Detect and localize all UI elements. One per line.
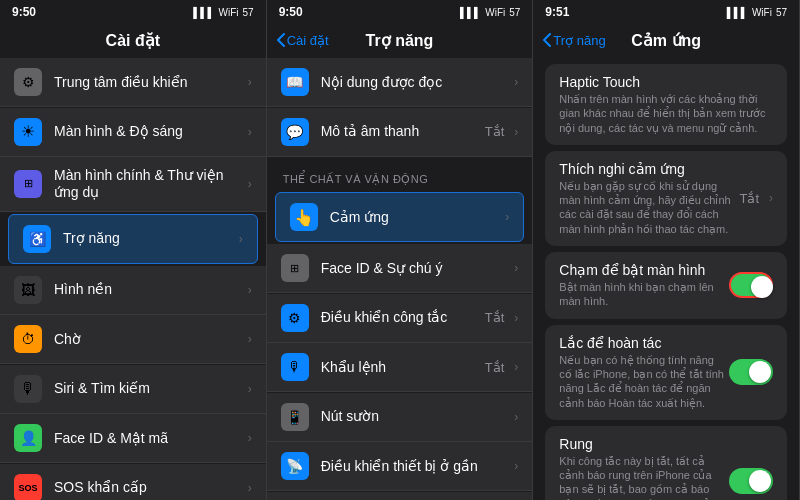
time-1: 9:50 <box>12 5 36 19</box>
haptic-touch-title: Haptic Touch <box>559 74 773 90</box>
list-item-faceid[interactable]: 👤 Face ID & Mật mã › <box>0 414 266 463</box>
chevron-icon: › <box>239 232 243 246</box>
wifi-icon: WiFi <box>219 7 239 18</box>
adaptive-touch-value: Tắt <box>739 191 759 206</box>
faceid-attention-label: Face ID & Sự chú ý <box>321 260 509 277</box>
list-item-display[interactable]: ☀ Màn hình & Độ sáng › <box>0 108 266 157</box>
list-item-touch[interactable]: 👆 Cảm ứng › <box>275 192 525 242</box>
chevron-icon: › <box>248 75 252 89</box>
spoken-label: Nội dung được đọc <box>321 74 509 91</box>
faceid-attention-icon: ⊞ <box>281 254 309 282</box>
list-item-control-center[interactable]: ⚙ Trung tâm điều khiển › <box>0 58 266 107</box>
chevron-icon: › <box>514 459 518 473</box>
control-center-icon: ⚙ <box>14 68 42 96</box>
voice-control-label: Khẩu lệnh <box>321 359 485 376</box>
list-item-wallpaper[interactable]: 🖼 Hình nền › <box>0 266 266 315</box>
adaptive-touch-title: Thích nghi cảm ứng <box>559 161 739 177</box>
vibration-block: Rung Khi công tắc này bị tắt, tất cả cản… <box>545 426 787 500</box>
panel-touch: 9:51 ▌▌▌ WiFi 57 Trợ năng Cảm ứng Haptic… <box>533 0 800 500</box>
signal-icon: ▌▌▌ <box>727 7 748 18</box>
chevron-icon: › <box>514 75 518 89</box>
panel-accessibility: 9:50 ▌▌▌ WiFi 57 Cài đặt Trợ năng 📖 Nội … <box>267 0 534 500</box>
vibration-title: Rung <box>559 436 729 452</box>
audio-desc-value: Tắt <box>485 124 505 139</box>
back-chevron-icon <box>277 33 285 47</box>
list-item-accessibility[interactable]: ♿ Trợ năng › <box>8 214 258 264</box>
signal-icon: ▌▌▌ <box>460 7 481 18</box>
shake-undo-block: Lắc để hoàn tác Nếu bạn có hệ thống tính… <box>545 325 787 420</box>
back-label-2: Cài đặt <box>287 33 329 48</box>
status-icons-1: ▌▌▌ WiFi 57 <box>193 7 253 18</box>
list-item-audio-desc[interactable]: 💬 Mô tả âm thanh Tắt › <box>267 108 533 157</box>
audio-desc-label: Mô tả âm thanh <box>321 123 485 140</box>
wifi-icon: WiFi <box>485 7 505 18</box>
vibration-content: Rung Khi công tắc này bị tắt, tất cả cản… <box>559 436 729 500</box>
siri-label: Siri & Tìm kiếm <box>54 380 242 397</box>
adaptive-touch-row[interactable]: Thích nghi cảm ứng Nếu bạn gặp sự cố khi… <box>545 151 787 246</box>
haptic-touch-row: Haptic Touch Nhấn trên màn hình với các … <box>545 64 787 145</box>
list-item-side-button[interactable]: 📱 Nút sườn › <box>267 393 533 442</box>
list-item-homescreen[interactable]: ⊞ Màn hình chính & Thư viện ứng dụ › <box>0 157 266 212</box>
standby-icon: ⏱ <box>14 325 42 353</box>
wallpaper-label: Hình nền <box>54 281 242 298</box>
accessibility-label: Trợ năng <box>63 230 233 247</box>
list-item-faceid-attention[interactable]: ⊞ Face ID & Sự chú ý › <box>267 244 533 293</box>
chevron-icon: › <box>514 410 518 424</box>
panel-settings: 9:50 ▌▌▌ WiFi 57 Cài đặt ⚙ Trung tâm điề… <box>0 0 267 500</box>
vibration-toggle[interactable] <box>729 468 773 494</box>
haptic-touch-desc: Nhấn trên màn hình với các khoảng thời g… <box>559 92 773 135</box>
shake-undo-toggle[interactable] <box>729 359 773 385</box>
wallpaper-icon: 🖼 <box>14 276 42 304</box>
spoken-icon: 📖 <box>281 68 309 96</box>
list-item-spoken-content[interactable]: 📖 Nội dung được đọc › <box>267 58 533 107</box>
nearby-device-icon: 📡 <box>281 452 309 480</box>
touch-icon: 👆 <box>290 203 318 231</box>
status-icons-2: ▌▌▌ WiFi 57 <box>460 7 520 18</box>
adaptive-touch-content: Thích nghi cảm ứng Nếu bạn gặp sự cố khi… <box>559 161 739 236</box>
chevron-icon: › <box>248 481 252 495</box>
status-bar-1: 9:50 ▌▌▌ WiFi 57 <box>0 0 266 22</box>
status-bar-2: 9:50 ▌▌▌ WiFi 57 <box>267 0 533 22</box>
list-item-siri[interactable]: 🎙 Siri & Tìm kiếm › <box>0 365 266 414</box>
wifi-icon: WiFi <box>752 7 772 18</box>
voice-control-icon: 🎙 <box>281 353 309 381</box>
chevron-icon: › <box>248 283 252 297</box>
haptic-touch-block: Haptic Touch Nhấn trên màn hình với các … <box>545 64 787 145</box>
battery-icon: 57 <box>243 7 254 18</box>
time-2: 9:50 <box>279 5 303 19</box>
nav-title-1: Cài đặt <box>106 31 160 50</box>
nav-bar-3: Trợ năng Cảm ứng <box>533 22 799 58</box>
section-header-physical: THỂ CHẤT VÀ VẬN ĐỘNG <box>267 157 533 190</box>
tap-to-wake-block: Chạm để bật màn hình Bật màn hình khi bạ… <box>545 252 787 319</box>
list-item-apple-tv[interactable]: 📺 Apple TV Remote › <box>267 492 533 501</box>
accessibility-icon: ♿ <box>23 225 51 253</box>
chevron-icon: › <box>514 311 518 325</box>
list-item-nearby-device[interactable]: 📡 Điều khiển thiết bị ở gần › <box>267 442 533 491</box>
chevron-icon: › <box>514 360 518 374</box>
status-bar-3: 9:51 ▌▌▌ WiFi 57 <box>533 0 799 22</box>
back-button-3[interactable]: Trợ năng <box>543 33 605 48</box>
homescreen-label: Màn hình chính & Thư viện ứng dụ <box>54 167 242 201</box>
settings-list: ⚙ Trung tâm điều khiển › ☀ Màn hình & Độ… <box>0 58 266 500</box>
list-item-voice-control[interactable]: 🎙 Khẩu lệnh Tắt › <box>267 343 533 392</box>
homescreen-icon: ⊞ <box>14 170 42 198</box>
tap-to-wake-toggle[interactable] <box>729 272 773 298</box>
chevron-icon: › <box>248 177 252 191</box>
list-item-standby[interactable]: ⏱ Chờ › <box>0 315 266 364</box>
haptic-touch-content: Haptic Touch Nhấn trên màn hình với các … <box>559 74 773 135</box>
status-icons-3: ▌▌▌ WiFi 57 <box>727 7 787 18</box>
back-button-2[interactable]: Cài đặt <box>277 33 329 48</box>
touch-label: Cảm ứng <box>330 209 500 226</box>
list-item-switch-control[interactable]: ⚙ Điều khiển công tắc Tắt › <box>267 294 533 343</box>
display-icon: ☀ <box>14 118 42 146</box>
chevron-icon: › <box>514 261 518 275</box>
shake-undo-title: Lắc để hoàn tác <box>559 335 729 351</box>
faceid-label: Face ID & Mật mã <box>54 430 242 447</box>
control-center-label: Trung tâm điều khiển <box>54 74 242 91</box>
voice-control-value: Tắt <box>485 360 505 375</box>
list-item-sos[interactable]: SOS SOS khẩn cấp › <box>0 464 266 500</box>
switch-control-label: Điều khiển công tắc <box>321 309 485 326</box>
shake-undo-row: Lắc để hoàn tác Nếu bạn có hệ thống tính… <box>545 325 787 420</box>
tap-to-wake-row: Chạm để bật màn hình Bật màn hình khi bạ… <box>545 252 787 319</box>
accessibility-list: 📖 Nội dung được đọc › 💬 Mô tả âm thanh T… <box>267 58 533 500</box>
